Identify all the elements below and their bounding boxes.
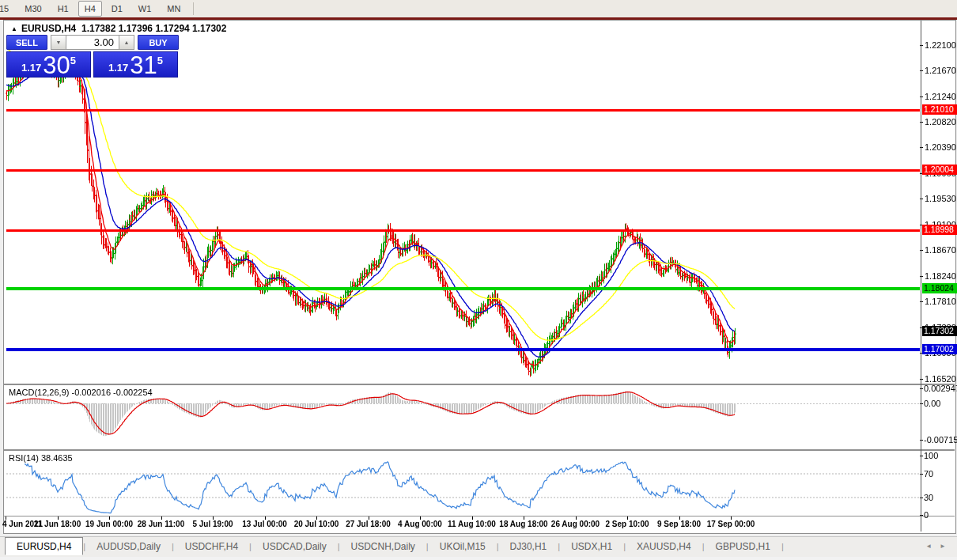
macd-scale-label: 0.00 <box>924 399 940 408</box>
panel-divider[interactable] <box>3 384 955 385</box>
price-tick-label: 1.21670 <box>925 66 956 75</box>
time-axis-label: 2 Sep 10:00 <box>605 520 649 528</box>
rsi-scale-label: 0 <box>924 510 929 520</box>
rsi-scale-label: 30 <box>924 493 933 502</box>
price-axis-separator <box>921 21 921 532</box>
price-tick-label: 1.16520 <box>925 374 956 384</box>
time-axis-label: 19 Jun 00:00 <box>85 520 133 528</box>
chart-tab-usdcad[interactable]: USDCAD,Daily <box>252 538 338 554</box>
price-tick-label: 1.18670 <box>925 245 956 255</box>
chart-tab-usdcnh[interactable]: USDCNH,Daily <box>340 538 426 554</box>
time-axis-label: 17 Sep 00:00 <box>707 520 755 528</box>
time-axis-label: 18 Aug 18:00 <box>499 520 547 528</box>
time-axis-label: 26 Aug 00:00 <box>551 520 600 528</box>
mt4-application: { "toolbar": { "timeframes": ["15", "M30… <box>0 0 957 560</box>
macd-scale-label: 0.002947 <box>924 384 957 393</box>
sell-price-button[interactable]: 1.17305 <box>6 51 91 78</box>
price-tick-label: 1.20390 <box>925 142 956 152</box>
rsi-scale-label: 100 <box>924 451 938 460</box>
time-axis-label: 9 Sep 18:00 <box>657 520 701 528</box>
buy-price-big-digits: 31 <box>130 55 157 76</box>
chart-tab-dj30[interactable]: DJ30,H1 <box>499 538 558 554</box>
one-click-trading-panel: SELL ▼ ▲ BUY 1.17305 1.17315 <box>6 35 182 78</box>
sell-button[interactable]: SELL <box>6 35 47 50</box>
chart-tab-usdx[interactable]: USDX,H1 <box>560 538 623 554</box>
chart-tab-eurusd[interactable]: EURUSD,H4 <box>5 537 83 555</box>
price-tick-label: 1.19530 <box>925 194 956 203</box>
price-level-badge: 1.21010 <box>922 104 957 115</box>
spin-up-icon: ▲ <box>124 40 130 45</box>
chart-header: ▲EURUSD,H4 1.17382 1.17396 1.17294 1.173… <box>11 23 226 34</box>
price-tick-label: 1.21240 <box>925 92 956 101</box>
price-tick-label: 1.20820 <box>925 117 956 127</box>
volume-increase-button[interactable]: ▲ <box>119 35 134 50</box>
spin-down-icon: ▼ <box>56 40 62 45</box>
tab-scroll-right-icon[interactable]: ► <box>940 543 954 550</box>
time-axis-label: 5 Jul 19:00 <box>192 520 233 528</box>
sell-price-prefix: 1.17 <box>21 62 41 74</box>
volume-input[interactable] <box>66 35 119 50</box>
chart-symbol-label: EURUSD,H4 <box>21 23 76 34</box>
chart-tab-xauusd[interactable]: XAUUSD,H4 <box>626 538 702 554</box>
buy-button[interactable]: BUY <box>138 35 179 50</box>
panel-divider <box>3 516 955 516</box>
chart-ohlc-values: 1.17382 1.17396 1.17294 1.17302 <box>81 23 227 34</box>
chart-tab-ukoil[interactable]: UKOil,M15 <box>429 538 497 554</box>
chart-tab-usdchf[interactable]: USDCHF,H4 <box>174 538 249 554</box>
time-axis-label: 4 Aug 00:00 <box>398 520 442 528</box>
price-level-badge: 1.18024 <box>922 283 957 293</box>
sell-price-superscript: 5 <box>70 55 76 66</box>
tab-separator: | <box>781 542 784 551</box>
macd-scale-label: -0.007153 <box>924 435 957 445</box>
chart-tab-gbpusd[interactable]: GBPUSD,H1 <box>705 538 781 554</box>
chart-tab-bar: EURUSD,H4|AUDUSD,Daily|USDCHF,H4|USDCAD,… <box>0 536 957 557</box>
time-axis-label: 28 Jun 11:00 <box>138 520 184 528</box>
buy-price-button[interactable]: 1.17315 <box>93 51 178 78</box>
price-level-badge: 1.17002 <box>922 344 957 354</box>
time-axis-label: 27 Jul 18:00 <box>346 520 391 528</box>
collapse-triangle-icon[interactable]: ▲ <box>11 25 17 32</box>
buy-price-superscript: 5 <box>157 55 163 66</box>
current-price-badge: 1.17302 <box>922 326 957 336</box>
rsi-indicator-label: RSI(14) 38.4635 <box>9 453 73 463</box>
chart-canvas[interactable] <box>0 0 957 560</box>
price-level-badge: 1.20004 <box>922 165 957 175</box>
price-tick-label: 1.22100 <box>925 40 956 50</box>
time-axis-label: 20 Jul 10:00 <box>294 520 339 528</box>
price-tick-label: 1.18240 <box>925 271 956 281</box>
price-level-badge: 1.18998 <box>922 225 957 235</box>
macd-indicator-label: MACD(12,26,9) -0.002016 -0.002254 <box>9 388 153 397</box>
buy-price-prefix: 1.17 <box>108 62 128 74</box>
time-axis-label: 11 Jun 18:00 <box>34 520 81 528</box>
tab-scroll-left-icon[interactable]: ◄ <box>925 543 940 550</box>
panel-divider[interactable] <box>3 449 955 451</box>
time-axis-label: 11 Aug 10:00 <box>448 520 496 528</box>
volume-decrease-button[interactable]: ▼ <box>51 35 66 50</box>
time-axis-label: 13 Jul 00:00 <box>242 520 287 528</box>
chart-tab-audusd[interactable]: AUDUSD,Daily <box>85 538 172 554</box>
price-tick-label: 1.17810 <box>925 297 956 306</box>
sell-price-big-digits: 30 <box>43 55 70 76</box>
rsi-scale-label: 70 <box>924 469 933 479</box>
